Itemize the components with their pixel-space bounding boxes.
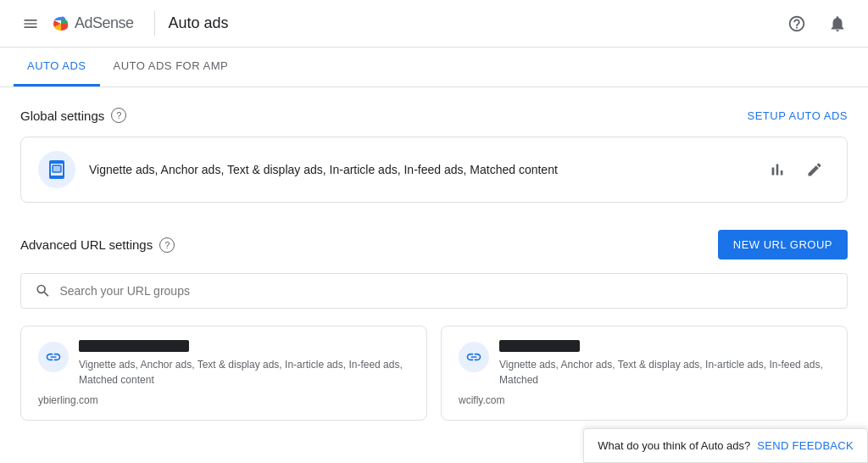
global-settings-header: Global settings ? Setup auto ads	[20, 108, 848, 123]
url-card-1-name	[79, 340, 189, 352]
url-card-2-body: Vignette ads, Anchor ads, Text & display…	[499, 340, 830, 388]
url-card-2-header: Vignette ads, Anchor ads, Text & display…	[459, 340, 830, 388]
advanced-url-section: Advanced URL settings ? New URL group	[20, 230, 848, 421]
bar-chart-icon	[768, 160, 787, 179]
advanced-url-label: Advanced URL settings	[20, 237, 153, 252]
link-icon-2	[465, 349, 482, 365]
advanced-url-title-area: Advanced URL settings ?	[20, 237, 175, 253]
url-card-1-icon	[38, 342, 69, 372]
google-logo-icon	[47, 10, 75, 37]
global-settings-title-area: Global settings ?	[20, 108, 126, 123]
tab-auto-ads-amp[interactable]: Auto ads for AMP	[100, 47, 242, 86]
header-actions	[780, 7, 854, 41]
global-settings-label: Global settings	[20, 109, 104, 123]
main-content: Global settings ? Setup auto ads Vignett…	[0, 87, 868, 441]
header-title: Auto ads	[169, 14, 780, 32]
bar-chart-button[interactable]	[762, 154, 793, 185]
app-header: AdSense Auto ads	[0, 0, 868, 47]
link-icon-1	[45, 349, 62, 365]
new-url-group-button[interactable]: New URL group	[718, 230, 848, 259]
menu-icon	[22, 15, 39, 32]
url-card-1-ad-types: Vignette ads, Anchor ads, Text & display…	[79, 357, 409, 388]
advanced-url-help-icon[interactable]: ?	[159, 237, 175, 253]
help-icon	[787, 14, 806, 33]
tab-auto-ads[interactable]: Auto ads	[14, 47, 100, 86]
feedback-text: What do you think of Auto ads?	[598, 439, 750, 441]
tabs-nav: Auto ads Auto ads for AMP	[0, 47, 868, 87]
global-ad-card: Vignette ads, Anchor ads, Text & display…	[20, 137, 848, 203]
url-card-2-name	[499, 340, 580, 352]
advanced-url-header: Advanced URL settings ? New URL group	[20, 230, 848, 259]
send-feedback-button[interactable]: Send Feedback	[757, 439, 854, 441]
notifications-button[interactable]	[821, 7, 854, 41]
logo-area: AdSense	[47, 10, 134, 37]
global-ad-types-text: Vignette ads, Anchor ads, Text & display…	[89, 163, 748, 176]
global-settings-help-icon[interactable]: ?	[111, 108, 126, 123]
url-card-1: Vignette ads, Anchor ads, Text & display…	[20, 326, 427, 421]
tablet-icon	[47, 159, 67, 180]
global-ad-card-icon	[38, 151, 75, 188]
search-input[interactable]	[59, 284, 833, 298]
url-card-2-domain: wcifly.com	[459, 394, 830, 406]
url-card-1-domain: ybierling.com	[38, 394, 409, 406]
menu-button[interactable]	[14, 7, 47, 41]
url-card-1-body: Vignette ads, Anchor ads, Text & display…	[79, 340, 409, 388]
feedback-toast: What do you think of Auto ads? Send Feed…	[583, 428, 868, 441]
notifications-icon	[828, 14, 847, 33]
setup-auto-ads-button[interactable]: Setup auto ads	[747, 109, 848, 122]
help-button[interactable]	[780, 7, 814, 41]
edit-icon	[806, 161, 823, 178]
search-bar	[20, 273, 848, 309]
url-card-2-icon	[459, 342, 489, 372]
header-brand-text: AdSense	[75, 14, 134, 32]
url-card-2-ad-types: Vignette ads, Anchor ads, Text & display…	[499, 357, 830, 388]
url-cards-container: Vignette ads, Anchor ads, Text & display…	[20, 326, 848, 421]
global-ad-card-actions	[762, 154, 830, 185]
header-divider	[154, 11, 155, 36]
url-card-1-header: Vignette ads, Anchor ads, Text & display…	[38, 340, 409, 388]
svg-rect-1	[53, 165, 61, 172]
search-icon	[35, 282, 51, 299]
edit-button[interactable]	[799, 154, 830, 185]
url-card-2: Vignette ads, Anchor ads, Text & display…	[441, 326, 848, 421]
